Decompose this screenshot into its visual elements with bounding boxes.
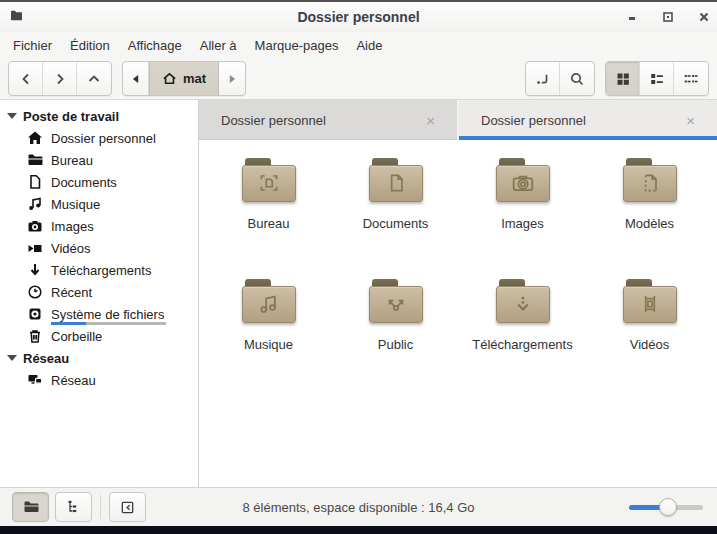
sidebar: Poste de travail Dossier personnel Burea… xyxy=(0,100,199,487)
menu-fichier[interactable]: Fichier xyxy=(4,35,61,56)
detailed-view-icon xyxy=(683,71,699,87)
detailed-view-button[interactable] xyxy=(674,62,708,95)
clock-icon xyxy=(27,284,43,300)
sidebar-section-poste-de-travail[interactable]: Poste de travail xyxy=(0,105,198,127)
folder-icon xyxy=(242,158,296,204)
path-scroll-right-button[interactable] xyxy=(219,62,245,95)
menu-aide[interactable]: Aide xyxy=(347,35,391,56)
sidebar-item-dossier-personnel[interactable]: Dossier personnel xyxy=(0,127,198,149)
folder-telechargements[interactable]: Téléchargements xyxy=(459,271,586,392)
camera-icon xyxy=(27,218,43,234)
content-pane: Dossier personnel × Dossier personnel × … xyxy=(199,100,717,487)
sidebar-item-musique[interactable]: Musique xyxy=(0,193,198,215)
sidebar-section-reseau[interactable]: Réseau xyxy=(0,347,198,369)
compact-view-button[interactable] xyxy=(640,62,674,95)
folder-musique[interactable]: Musique xyxy=(205,271,332,392)
desktop-edge xyxy=(0,526,717,534)
tab-dossier-personnel-2[interactable]: Dossier personnel × xyxy=(459,100,717,140)
folder-pane-icon xyxy=(23,499,39,515)
template-emblem xyxy=(637,170,663,196)
folder-icon xyxy=(496,279,550,325)
folder-icon xyxy=(623,279,677,325)
folder-icon xyxy=(496,158,550,204)
tab-close-icon[interactable]: × xyxy=(682,111,699,130)
tree-pane-icon xyxy=(66,499,82,515)
up-button[interactable] xyxy=(77,62,111,95)
search-button[interactable] xyxy=(560,62,594,95)
sidebar-item-images[interactable]: Images xyxy=(0,215,198,237)
tab-close-icon[interactable]: × xyxy=(422,111,439,130)
expander-down-icon[interactable] xyxy=(7,355,17,361)
download-emblem xyxy=(510,291,536,317)
file-label: Téléchargements xyxy=(472,337,572,352)
folder-documents[interactable]: Documents xyxy=(332,150,459,271)
nav-button-group xyxy=(8,61,112,96)
sidebar-item-documents[interactable]: Documents xyxy=(0,171,198,193)
sidebar-item-reseau[interactable]: Réseau xyxy=(0,369,198,391)
icon-view-button[interactable] xyxy=(606,62,640,95)
chevron-up-icon xyxy=(86,71,102,87)
menubar: Fichier Édition Affichage Aller à Marque… xyxy=(0,32,717,58)
open-location-icon xyxy=(535,71,551,87)
sidebar-item-recent[interactable]: Récent xyxy=(0,281,198,303)
path-scroll-left-button[interactable] xyxy=(123,62,149,95)
status-text: 8 éléments, espace disponible : 16,4 Go xyxy=(243,500,475,515)
back-button[interactable] xyxy=(9,62,43,95)
filesystem-usage-label: Système de fichiers xyxy=(51,307,164,322)
sidebar-item-systeme-de-fichiers[interactable]: Système de fichiers xyxy=(0,303,198,325)
folder-public[interactable]: Public xyxy=(332,271,459,392)
folder-icon xyxy=(369,158,423,204)
home-icon xyxy=(162,71,177,86)
slider-handle[interactable] xyxy=(659,498,677,516)
tab-dossier-personnel-1[interactable]: Dossier personnel × xyxy=(199,100,459,140)
sidebar-item-telechargements[interactable]: Téléchargements xyxy=(0,259,198,281)
menu-aller-a[interactable]: Aller à xyxy=(191,35,246,56)
drive-icon xyxy=(27,306,43,322)
share-emblem xyxy=(382,290,410,318)
music-icon xyxy=(27,196,43,212)
statusbar: 8 éléments, espace disponible : 16,4 Go xyxy=(0,487,717,526)
folder-images[interactable]: Images xyxy=(459,150,586,271)
menu-edition[interactable]: Édition xyxy=(61,35,119,56)
zoom-slider[interactable] xyxy=(629,497,703,517)
folder-videos[interactable]: Vidéos xyxy=(586,271,713,392)
hide-panel-button[interactable] xyxy=(109,492,146,522)
window-title: Dossier personnel xyxy=(0,9,717,25)
sidebar-shortcuts-button[interactable] xyxy=(12,492,49,522)
file-label: Documents xyxy=(363,216,429,231)
file-label: Musique xyxy=(244,337,293,352)
collapse-panel-icon xyxy=(120,500,135,515)
music-emblem xyxy=(255,290,283,318)
sidebar-tree-button[interactable] xyxy=(55,492,92,522)
chevron-left-icon xyxy=(18,71,34,87)
sidebar-item-bureau[interactable]: Bureau xyxy=(0,149,198,171)
maximize-icon[interactable] xyxy=(661,10,675,24)
sidebar-item-videos[interactable]: Vidéos xyxy=(0,237,198,259)
pathbar: mat xyxy=(122,61,246,96)
menu-affichage[interactable]: Affichage xyxy=(119,35,191,56)
forward-button[interactable] xyxy=(43,62,77,95)
home-icon xyxy=(27,130,43,146)
document-icon xyxy=(27,174,43,190)
folder-icon xyxy=(27,152,43,168)
folder-modeles[interactable]: Modèles xyxy=(586,150,713,271)
path-button-home[interactable]: mat xyxy=(149,62,219,95)
minimize-icon[interactable] xyxy=(625,10,639,24)
search-icon xyxy=(569,71,585,87)
chevron-right-icon xyxy=(52,71,68,87)
compact-view-icon xyxy=(649,71,665,87)
sidebar-item-corbeille[interactable]: Corbeille xyxy=(0,325,198,347)
file-label: Vidéos xyxy=(630,337,670,352)
folder-icon xyxy=(623,158,677,204)
location-search-group xyxy=(525,61,595,96)
toolbar: mat xyxy=(0,58,717,100)
expander-down-icon[interactable] xyxy=(7,113,17,119)
file-label: Modèles xyxy=(625,216,674,231)
folder-bureau[interactable]: Bureau xyxy=(205,150,332,271)
close-icon[interactable] xyxy=(697,10,711,24)
open-location-button[interactable] xyxy=(526,62,560,95)
menu-marque-pages[interactable]: Marque-pages xyxy=(246,35,348,56)
main-area: Poste de travail Dossier personnel Burea… xyxy=(0,100,717,487)
camera-emblem xyxy=(509,169,537,197)
triangle-left-icon xyxy=(129,72,143,86)
